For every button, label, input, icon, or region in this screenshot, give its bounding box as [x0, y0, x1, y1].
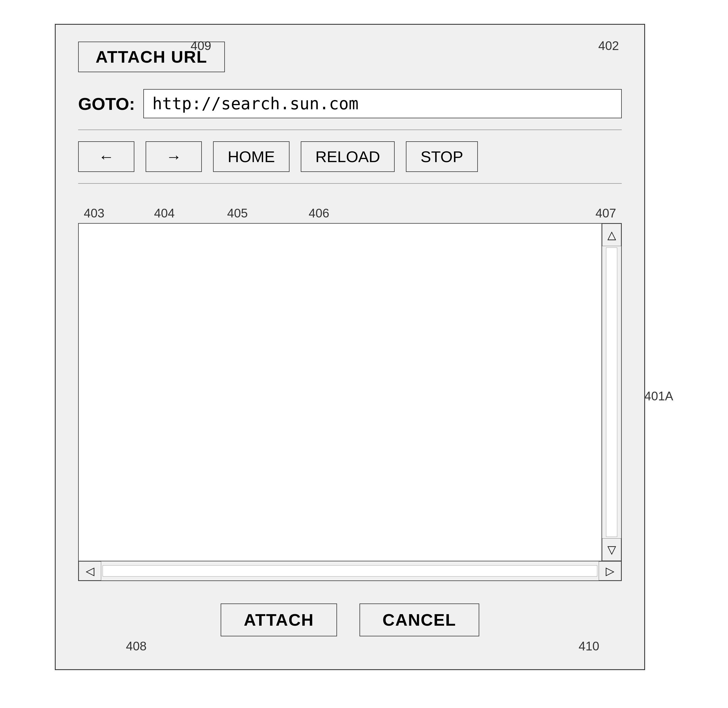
goto-label: GOTO: — [78, 94, 135, 114]
horizontal-scrollbar: ◁ ▷ — [79, 561, 621, 580]
stop-button[interactable]: STOP — [406, 141, 478, 172]
reload-button[interactable]: RELOAD — [301, 141, 395, 172]
label-401a: 401A — [644, 389, 673, 403]
url-section: GOTO: — [78, 89, 622, 130]
label-407: 407 — [596, 206, 616, 220]
cancel-button[interactable]: CANCEL — [359, 604, 479, 636]
action-section: ATTACH CANCEL 408 410 — [78, 604, 622, 636]
back-button[interactable]: ← — [78, 141, 134, 172]
nav-wrapper: ← → HOME RELOAD STOP 403 404 405 406 407 — [78, 141, 622, 223]
scroll-up-button[interactable]: △ — [602, 223, 621, 246]
attach-button[interactable]: ATTACH — [221, 604, 337, 636]
horizontal-scroll-track[interactable] — [103, 565, 597, 576]
scroll-down-button[interactable]: ▽ — [602, 538, 621, 561]
label-410: 410 — [579, 639, 599, 653]
scroll-right-button[interactable]: ▷ — [599, 561, 621, 580]
browser-content-area: △ ▽ — [79, 223, 621, 561]
browser-viewport[interactable] — [79, 223, 602, 561]
scroll-left-button[interactable]: ◁ — [79, 561, 101, 580]
label-402: 402 — [599, 39, 619, 53]
forward-button[interactable]: → — [145, 141, 202, 172]
nav-section: ← → HOME RELOAD STOP — [78, 141, 622, 184]
label-403: 403 — [84, 206, 104, 220]
main-dialog: ATTACH URL 409 402 GOTO: ← → HOME RELOAD… — [55, 24, 645, 670]
vertical-scroll-track[interactable] — [606, 248, 617, 537]
label-406: 406 — [309, 206, 329, 220]
vertical-scrollbar: △ ▽ — [602, 223, 621, 561]
label-405: 405 — [227, 206, 248, 220]
browser-frame: 400 △ ▽ ◁ ▷ — [78, 223, 622, 581]
title-section: ATTACH URL 409 402 — [78, 42, 622, 72]
home-button[interactable]: HOME — [213, 141, 289, 172]
url-input[interactable] — [143, 89, 622, 118]
label-409: 409 — [190, 39, 211, 53]
label-404: 404 — [154, 206, 174, 220]
label-408: 408 — [126, 639, 147, 653]
